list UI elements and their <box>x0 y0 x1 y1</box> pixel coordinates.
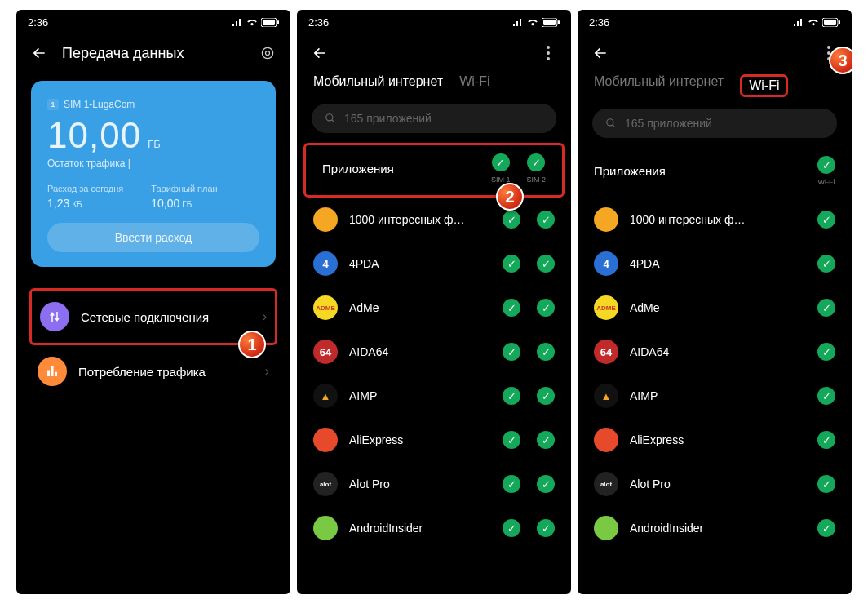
menu-traffic-usage[interactable]: Потребление трафика › <box>29 345 277 397</box>
apps-header[interactable]: Приложения ✓ Wi-Fi <box>578 148 852 198</box>
header-check-columns: ✓ Wi-Fi <box>817 156 835 186</box>
app-name: Alot Pro <box>630 477 806 491</box>
app-icon <box>313 428 338 452</box>
svg-rect-6 <box>51 366 54 376</box>
check-toggle[interactable]: ✓ <box>537 475 555 493</box>
chevron-right-icon: › <box>265 364 269 379</box>
phone-screen-3: 2:36 Мобильный интернет Wi-Fi 3 165 прил… <box>578 10 852 594</box>
check-toggle[interactable]: ✓ <box>817 211 835 229</box>
app-row[interactable]: AndroidInsider✓ <box>578 506 852 550</box>
chevron-right-icon: › <box>263 309 267 324</box>
app-row[interactable]: AliExpress✓✓ <box>297 418 571 462</box>
app-row[interactable]: 44PDA✓ <box>578 242 852 286</box>
data-subtitle: Остаток трафика | <box>47 158 259 169</box>
wifi-icon <box>808 19 819 27</box>
app-name: AdMe <box>349 301 491 314</box>
gear-icon <box>259 45 276 61</box>
app-toggles: ✓ <box>817 255 835 273</box>
check-toggle[interactable]: ✓ <box>503 255 520 273</box>
app-toggles: ✓✓ <box>503 387 555 405</box>
arrow-left-icon <box>312 45 328 61</box>
check-toggle[interactable]: ✓ <box>817 343 835 361</box>
tab-wifi[interactable]: Wi-Fi <box>740 74 788 97</box>
back-button[interactable] <box>591 43 610 63</box>
check-toggle[interactable]: ✓ <box>503 387 520 405</box>
check-toggle[interactable]: ✓ <box>537 299 555 317</box>
status-icons <box>232 18 279 27</box>
app-row[interactable]: 64AIDA64✓ <box>578 330 852 374</box>
svg-rect-7 <box>55 372 57 376</box>
check-toggle[interactable]: ✓ <box>537 387 555 405</box>
col-sim1[interactable]: ✓ SIM 1 <box>491 153 511 184</box>
app-name: AdMe <box>630 301 806 314</box>
check-toggle[interactable]: ✓ <box>537 211 555 229</box>
check-toggle[interactable]: ✓ <box>503 475 520 493</box>
check-toggle[interactable]: ✓ <box>817 431 835 449</box>
app-row[interactable]: alotAlot Pro✓ <box>578 462 852 506</box>
arrow-left-icon <box>592 45 609 61</box>
check-toggle[interactable]: ✓ <box>503 431 520 449</box>
status-bar: 2:36 <box>578 10 852 32</box>
stat-today-unit: КБ <box>72 200 82 209</box>
app-row[interactable]: 64AIDA64✓✓ <box>297 330 571 374</box>
app-row[interactable]: AndroidInsider✓✓ <box>297 506 571 550</box>
app-toggles: ✓ <box>817 475 835 493</box>
signal-icon <box>512 19 524 27</box>
signal-icon <box>232 19 243 27</box>
tab-mobile[interactable]: Мобильный интернет <box>594 74 724 97</box>
check-toggle[interactable]: ✓ <box>503 343 520 361</box>
app-row[interactable]: ▲AIMP✓ <box>578 374 852 418</box>
app-row[interactable]: AliExpress✓ <box>578 418 852 462</box>
search-input[interactable]: 165 приложений <box>592 109 837 138</box>
apps-header[interactable]: Приложения ✓ SIM 1 ✓ SIM 2 <box>303 143 565 198</box>
search-icon <box>325 113 336 124</box>
tab-wifi[interactable]: Wi-Fi <box>459 74 489 92</box>
app-row[interactable]: 1000 интересных ф…✓ <box>578 198 852 242</box>
check-toggle[interactable]: ✓ <box>503 519 520 537</box>
app-icon <box>313 207 338 232</box>
col-label: Wi-Fi <box>818 178 835 186</box>
app-row[interactable]: ▲AIMP✓✓ <box>297 374 571 418</box>
svg-rect-14 <box>839 20 840 24</box>
enter-usage-button[interactable]: Ввести расход <box>47 223 259 252</box>
check-toggle[interactable]: ✓ <box>503 299 520 317</box>
check-toggle[interactable]: ✓ <box>817 475 835 493</box>
check-toggle[interactable]: ✓ <box>817 519 835 537</box>
app-icon: ADME <box>594 295 618 320</box>
check-toggle[interactable]: ✓ <box>817 299 835 317</box>
check-toggle[interactable]: ✓ <box>503 211 520 229</box>
page-title: Передача данных <box>62 45 245 62</box>
check-toggle[interactable]: ✓ <box>537 255 555 273</box>
check-toggle[interactable]: ✓ <box>817 387 835 405</box>
back-button[interactable] <box>29 43 49 63</box>
arrow-left-icon <box>31 45 47 61</box>
stat-today-label: Расход за сегодня <box>47 184 123 193</box>
app-row[interactable]: alotAlot Pro✓✓ <box>297 462 571 506</box>
col-sim2[interactable]: ✓ SIM 2 <box>526 153 546 184</box>
check-toggle[interactable]: ✓ <box>817 255 835 273</box>
topbar <box>297 32 571 74</box>
settings-button[interactable] <box>258 43 277 63</box>
more-button[interactable] <box>538 43 558 63</box>
app-name: AndroidInsider <box>349 522 491 535</box>
app-row[interactable]: ADMEAdMe✓ <box>578 286 852 330</box>
tabs: Мобильный интернет Wi-Fi <box>297 74 571 100</box>
col-wifi[interactable]: ✓ Wi-Fi <box>817 156 835 186</box>
app-name: Alot Pro <box>349 477 491 491</box>
app-row[interactable]: 44PDA✓✓ <box>297 242 571 286</box>
status-bar: 2:36 <box>16 10 290 32</box>
tab-mobile[interactable]: Мобильный интернет <box>313 74 443 92</box>
app-icon: ADME <box>313 295 338 320</box>
back-button[interactable] <box>310 43 330 63</box>
search-input[interactable]: 165 приложений <box>312 104 556 133</box>
svg-rect-5 <box>47 371 50 377</box>
updown-arrows-icon <box>40 302 69 331</box>
app-row[interactable]: 1000 интересных ф…✓✓ <box>297 198 571 242</box>
app-icon: ▲ <box>313 384 338 408</box>
phone-screen-2: 2:36 Мобильный интернет Wi-Fi 165 прилож… <box>297 10 571 594</box>
app-row[interactable]: ADMEAdMe✓✓ <box>297 286 571 330</box>
status-bar: 2:36 <box>297 10 571 32</box>
check-toggle[interactable]: ✓ <box>537 343 555 361</box>
check-toggle[interactable]: ✓ <box>537 519 555 537</box>
check-toggle[interactable]: ✓ <box>537 431 555 449</box>
